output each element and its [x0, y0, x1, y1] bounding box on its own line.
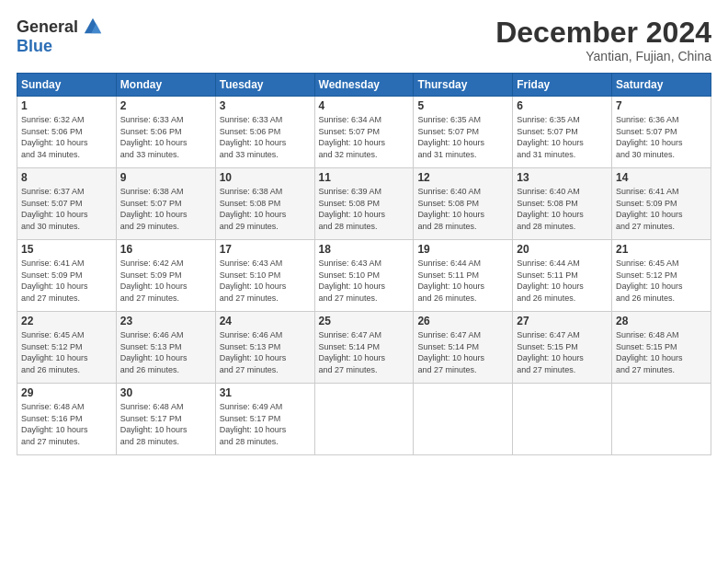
calendar-header-cell: Thursday — [414, 74, 513, 97]
day-info: Sunrise: 6:35 AM Sunset: 5:07 PM Dayligh… — [417, 114, 508, 160]
calendar-empty-cell — [414, 384, 513, 455]
day-number: 6 — [517, 99, 608, 112]
day-info: Sunrise: 6:42 AM Sunset: 5:09 PM Dayligh… — [120, 258, 211, 304]
calendar-header-cell: Wednesday — [314, 74, 414, 97]
day-info: Sunrise: 6:43 AM Sunset: 5:10 PM Dayligh… — [319, 258, 410, 304]
day-number: 7 — [616, 99, 707, 112]
day-number: 30 — [120, 386, 211, 399]
day-info: Sunrise: 6:41 AM Sunset: 5:09 PM Dayligh… — [21, 258, 112, 304]
day-number: 3 — [220, 99, 311, 112]
title-section: December 2024 Yantian, Fujian, China — [495, 17, 711, 63]
calendar-day-cell: 20Sunrise: 6:44 AM Sunset: 5:11 PM Dayli… — [513, 240, 612, 312]
calendar-day-cell: 7Sunrise: 6:36 AM Sunset: 5:07 PM Daylig… — [612, 97, 711, 168]
calendar-empty-cell — [513, 384, 612, 455]
day-number: 11 — [319, 171, 410, 184]
month-title: December 2024 — [495, 17, 711, 49]
calendar-day-cell: 6Sunrise: 6:35 AM Sunset: 5:07 PM Daylig… — [513, 97, 612, 168]
calendar-week-row: 8Sunrise: 6:37 AM Sunset: 5:07 PM Daylig… — [17, 168, 711, 240]
logo: General Blue — [17, 17, 103, 56]
location: Yantian, Fujian, China — [495, 49, 711, 63]
day-number: 18 — [319, 243, 410, 256]
calendar-day-cell: 27Sunrise: 6:47 AM Sunset: 5:15 PM Dayli… — [513, 312, 612, 384]
calendar-day-cell: 5Sunrise: 6:35 AM Sunset: 5:07 PM Daylig… — [414, 97, 513, 168]
calendar-day-cell: 21Sunrise: 6:45 AM Sunset: 5:12 PM Dayli… — [612, 240, 711, 312]
day-number: 22 — [21, 315, 112, 327]
day-info: Sunrise: 6:47 AM Sunset: 5:14 PM Dayligh… — [417, 329, 508, 375]
day-number: 4 — [319, 99, 410, 112]
calendar-header-cell: Monday — [116, 74, 215, 97]
calendar-day-cell: 9Sunrise: 6:38 AM Sunset: 5:07 PM Daylig… — [116, 168, 215, 240]
calendar-day-cell: 1Sunrise: 6:32 AM Sunset: 5:06 PM Daylig… — [17, 97, 117, 168]
day-info: Sunrise: 6:37 AM Sunset: 5:07 PM Dayligh… — [21, 186, 112, 232]
calendar-header-cell: Saturday — [612, 74, 711, 97]
day-number: 16 — [120, 243, 211, 256]
calendar-day-cell: 8Sunrise: 6:37 AM Sunset: 5:07 PM Daylig… — [17, 168, 117, 240]
day-info: Sunrise: 6:32 AM Sunset: 5:06 PM Dayligh… — [21, 114, 112, 160]
day-number: 25 — [319, 315, 410, 327]
day-number: 2 — [120, 99, 211, 112]
day-number: 9 — [120, 171, 211, 184]
day-number: 28 — [616, 315, 707, 327]
day-number: 26 — [417, 315, 508, 327]
calendar-header-cell: Tuesday — [215, 74, 314, 97]
calendar-day-cell: 17Sunrise: 6:43 AM Sunset: 5:10 PM Dayli… — [215, 240, 314, 312]
day-info: Sunrise: 6:48 AM Sunset: 5:15 PM Dayligh… — [616, 329, 707, 375]
calendar-day-cell: 3Sunrise: 6:33 AM Sunset: 5:06 PM Daylig… — [215, 97, 314, 168]
day-number: 8 — [21, 171, 112, 184]
calendar-day-cell: 11Sunrise: 6:39 AM Sunset: 5:08 PM Dayli… — [314, 168, 414, 240]
calendar-body: 1Sunrise: 6:32 AM Sunset: 5:06 PM Daylig… — [17, 97, 711, 455]
day-info: Sunrise: 6:47 AM Sunset: 5:15 PM Dayligh… — [517, 329, 608, 375]
day-number: 21 — [616, 243, 707, 256]
day-info: Sunrise: 6:46 AM Sunset: 5:13 PM Dayligh… — [220, 329, 311, 375]
calendar-day-cell: 15Sunrise: 6:41 AM Sunset: 5:09 PM Dayli… — [17, 240, 117, 312]
calendar-table: SundayMondayTuesdayWednesdayThursdayFrid… — [17, 73, 711, 455]
calendar-day-cell: 13Sunrise: 6:40 AM Sunset: 5:08 PM Dayli… — [513, 168, 612, 240]
day-info: Sunrise: 6:38 AM Sunset: 5:08 PM Dayligh… — [220, 186, 311, 232]
calendar-day-cell: 29Sunrise: 6:48 AM Sunset: 5:16 PM Dayli… — [17, 384, 117, 455]
calendar-day-cell: 14Sunrise: 6:41 AM Sunset: 5:09 PM Dayli… — [612, 168, 711, 240]
day-info: Sunrise: 6:34 AM Sunset: 5:07 PM Dayligh… — [319, 114, 410, 160]
calendar-week-row: 22Sunrise: 6:45 AM Sunset: 5:12 PM Dayli… — [17, 312, 711, 384]
calendar-day-cell: 19Sunrise: 6:44 AM Sunset: 5:11 PM Dayli… — [414, 240, 513, 312]
calendar-day-cell: 16Sunrise: 6:42 AM Sunset: 5:09 PM Dayli… — [116, 240, 215, 312]
logo-blue-text: Blue — [17, 37, 52, 56]
day-number: 31 — [220, 386, 311, 399]
day-info: Sunrise: 6:41 AM Sunset: 5:09 PM Dayligh… — [616, 186, 707, 232]
day-info: Sunrise: 6:33 AM Sunset: 5:06 PM Dayligh… — [120, 114, 211, 160]
day-info: Sunrise: 6:40 AM Sunset: 5:08 PM Dayligh… — [517, 186, 608, 232]
day-info: Sunrise: 6:45 AM Sunset: 5:12 PM Dayligh… — [21, 329, 112, 375]
day-info: Sunrise: 6:35 AM Sunset: 5:07 PM Dayligh… — [517, 114, 608, 160]
day-number: 12 — [417, 171, 508, 184]
day-info: Sunrise: 6:39 AM Sunset: 5:08 PM Dayligh… — [319, 186, 410, 232]
day-info: Sunrise: 6:38 AM Sunset: 5:07 PM Dayligh… — [120, 186, 211, 232]
calendar-day-cell: 22Sunrise: 6:45 AM Sunset: 5:12 PM Dayli… — [17, 312, 117, 384]
calendar-week-row: 29Sunrise: 6:48 AM Sunset: 5:16 PM Dayli… — [17, 384, 711, 455]
day-number: 10 — [220, 171, 311, 184]
calendar-day-cell: 24Sunrise: 6:46 AM Sunset: 5:13 PM Dayli… — [215, 312, 314, 384]
day-info: Sunrise: 6:48 AM Sunset: 5:16 PM Dayligh… — [21, 401, 112, 447]
logo-icon — [83, 17, 103, 37]
calendar-day-cell: 10Sunrise: 6:38 AM Sunset: 5:08 PM Dayli… — [215, 168, 314, 240]
calendar-day-cell: 2Sunrise: 6:33 AM Sunset: 5:06 PM Daylig… — [116, 97, 215, 168]
day-info: Sunrise: 6:44 AM Sunset: 5:11 PM Dayligh… — [417, 258, 508, 304]
day-info: Sunrise: 6:46 AM Sunset: 5:13 PM Dayligh… — [120, 329, 211, 375]
day-info: Sunrise: 6:36 AM Sunset: 5:07 PM Dayligh… — [616, 114, 707, 160]
day-number: 19 — [417, 243, 508, 256]
day-number: 24 — [220, 315, 311, 327]
header: General Blue December 2024 Yantian, Fuji… — [17, 17, 711, 63]
day-number: 14 — [616, 171, 707, 184]
calendar-day-cell: 23Sunrise: 6:46 AM Sunset: 5:13 PM Dayli… — [116, 312, 215, 384]
day-info: Sunrise: 6:47 AM Sunset: 5:14 PM Dayligh… — [319, 329, 410, 375]
calendar-empty-cell — [612, 384, 711, 455]
calendar-day-cell: 12Sunrise: 6:40 AM Sunset: 5:08 PM Dayli… — [414, 168, 513, 240]
day-info: Sunrise: 6:45 AM Sunset: 5:12 PM Dayligh… — [616, 258, 707, 304]
calendar-header-row: SundayMondayTuesdayWednesdayThursdayFrid… — [17, 74, 711, 97]
day-number: 17 — [220, 243, 311, 256]
calendar-day-cell: 30Sunrise: 6:48 AM Sunset: 5:17 PM Dayli… — [116, 384, 215, 455]
day-info: Sunrise: 6:49 AM Sunset: 5:17 PM Dayligh… — [220, 401, 311, 447]
day-info: Sunrise: 6:43 AM Sunset: 5:10 PM Dayligh… — [220, 258, 311, 304]
day-info: Sunrise: 6:40 AM Sunset: 5:08 PM Dayligh… — [417, 186, 508, 232]
calendar-header-cell: Sunday — [17, 74, 117, 97]
calendar-header-cell: Friday — [513, 74, 612, 97]
day-number: 5 — [417, 99, 508, 112]
